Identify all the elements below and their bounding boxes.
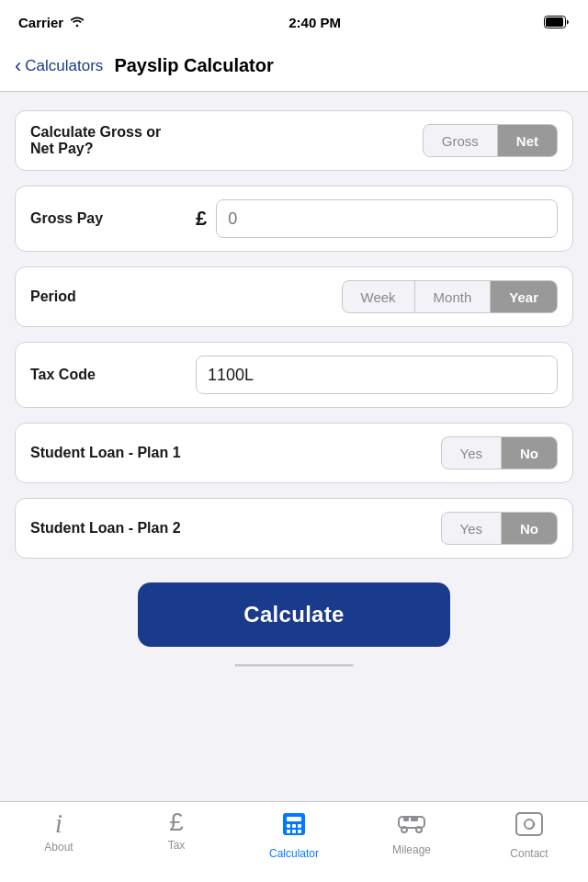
gross-net-label: Calculate Gross orNet Pay? <box>30 124 196 157</box>
period-label: Period <box>30 288 196 305</box>
mileage-icon <box>396 809 427 840</box>
student-loan-2-control: Yes No <box>196 512 558 545</box>
about-label: About <box>44 841 73 854</box>
tax-code-row: Tax Code <box>16 343 572 407</box>
gross-net-card: Calculate Gross orNet Pay? Gross Net <box>15 110 573 171</box>
net-button[interactable]: Net <box>498 125 557 156</box>
student-loan-1-control: Yes No <box>196 436 558 469</box>
svg-rect-7 <box>287 830 290 833</box>
currency-symbol: £ <box>196 207 207 231</box>
gross-pay-control: £ <box>196 199 558 238</box>
tab-tax[interactable]: £ Tax <box>121 809 232 852</box>
wifi-icon <box>69 15 85 30</box>
svg-rect-8 <box>292 830 296 833</box>
hint-text: ━━━━━━━━━━━━━━━━ <box>235 658 353 673</box>
student-loan-1-segmented: Yes No <box>441 436 558 469</box>
tax-label: Tax <box>168 839 186 852</box>
student-loan-2-card: Student Loan - Plan 2 Yes No <box>15 498 573 559</box>
tax-icon: £ <box>169 809 184 835</box>
svg-rect-9 <box>298 830 301 833</box>
svg-rect-5 <box>292 824 296 828</box>
calculator-label: Calculator <box>269 847 319 860</box>
mileage-label: Mileage <box>392 843 431 856</box>
tax-code-label: Tax Code <box>30 367 196 383</box>
calculate-btn-wrap: Calculate <box>15 573 573 647</box>
svg-rect-3 <box>287 817 301 821</box>
student-loan-1-label: Student Loan - Plan 1 <box>30 445 196 461</box>
student-loan-2-yes-button[interactable]: Yes <box>442 513 501 544</box>
gross-pay-input[interactable] <box>216 199 558 238</box>
about-icon: i <box>55 809 62 837</box>
student-loan-2-segmented: Yes No <box>441 512 558 545</box>
main-content: Calculate Gross orNet Pay? Gross Net Gro… <box>0 92 588 673</box>
student-loan-2-label: Student Loan - Plan 2 <box>30 520 196 537</box>
student-loan-2-no-button[interactable]: No <box>502 513 557 544</box>
period-control: Week Month Year <box>196 280 558 313</box>
year-button[interactable]: Year <box>491 281 557 312</box>
week-button[interactable]: Week <box>343 281 414 312</box>
period-segmented: Week Month Year <box>342 280 558 313</box>
tax-code-input[interactable] <box>196 356 558 394</box>
contact-label: Contact <box>510 847 548 860</box>
gross-pay-card: Gross Pay £ <box>15 186 573 252</box>
gross-net-segmented: Gross Net <box>423 124 558 157</box>
svg-rect-6 <box>298 824 301 828</box>
student-loan-1-row: Student Loan - Plan 1 Yes No <box>16 424 572 482</box>
hint-area: ━━━━━━━━━━━━━━━━ <box>15 647 573 673</box>
tax-code-control <box>196 356 558 394</box>
svg-rect-13 <box>403 817 409 821</box>
student-loan-1-yes-button[interactable]: Yes <box>442 437 501 469</box>
svg-point-12 <box>416 827 422 832</box>
carrier-label: Carrier <box>18 15 85 30</box>
tab-bar: i About £ Tax Calculator <box>0 801 588 882</box>
contact-icon <box>514 809 544 843</box>
month-button[interactable]: Month <box>415 281 491 312</box>
student-loan-1-no-button[interactable]: No <box>502 437 557 469</box>
tab-contact[interactable]: Contact <box>474 809 584 860</box>
svg-rect-15 <box>516 813 542 835</box>
tab-calculator[interactable]: Calculator <box>239 809 349 860</box>
svg-point-11 <box>401 827 407 832</box>
tab-mileage[interactable]: Mileage <box>356 809 467 856</box>
gross-pay-row: Gross Pay £ <box>16 187 572 251</box>
svg-rect-14 <box>411 817 418 821</box>
svg-rect-4 <box>287 824 290 828</box>
period-row: Period Week Month Year <box>16 267 572 326</box>
svg-rect-1 <box>546 17 563 27</box>
back-chevron-icon: ‹ <box>15 56 21 76</box>
back-label: Calculators <box>25 57 103 75</box>
calculator-icon <box>279 809 309 843</box>
gross-button[interactable]: Gross <box>424 125 497 156</box>
tab-about[interactable]: i About <box>4 809 114 854</box>
calculate-button[interactable]: Calculate <box>138 582 450 647</box>
page-title: Payslip Calculator <box>114 55 273 76</box>
battery-icon <box>544 16 570 28</box>
student-loan-2-row: Student Loan - Plan 2 Yes No <box>16 499 572 558</box>
back-button[interactable]: ‹ Calculators <box>15 56 103 76</box>
tax-code-card: Tax Code <box>15 342 573 408</box>
svg-point-17 <box>533 823 536 826</box>
gross-pay-label: Gross Pay <box>30 210 196 227</box>
period-card: Period Week Month Year <box>15 266 573 327</box>
gross-net-control: Gross Net <box>196 124 558 157</box>
nav-bar: ‹ Calculators Payslip Calculator <box>0 40 588 92</box>
student-loan-1-card: Student Loan - Plan 1 Yes No <box>15 423 573 483</box>
gross-net-row: Calculate Gross orNet Pay? Gross Net <box>16 111 572 170</box>
status-bar: Carrier 2:40 PM <box>0 0 588 40</box>
time-label: 2:40 PM <box>288 15 341 30</box>
